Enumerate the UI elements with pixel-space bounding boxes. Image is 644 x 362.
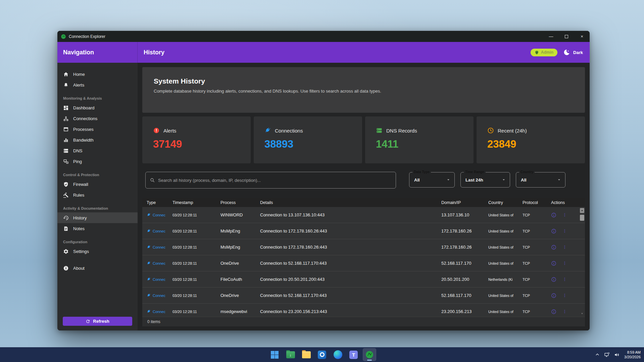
sidebar-section-configuration: Configuration — [57, 236, 138, 246]
theme-label: Dark — [573, 50, 583, 55]
sidebar: Home Alerts Monitoring & Analysis Dashbo… — [57, 63, 138, 330]
plug-icon — [264, 127, 271, 134]
file-explorer-button[interactable] — [300, 348, 313, 361]
cell-actions — [547, 277, 585, 282]
history-table: Type Timestamp Process Details Domain/IP… — [142, 198, 585, 326]
app-header: Navigation History Admin Dark — [57, 42, 590, 63]
stat-value-recent: 23849 — [487, 138, 585, 150]
details-info-icon[interactable] — [551, 245, 556, 250]
col-domain-ip: Domain/IP — [437, 200, 484, 205]
sidebar-item-connections[interactable]: Connections — [57, 113, 138, 124]
table-row[interactable]: Connec 03/20 12:28:11 OneDrive Connectio… — [142, 255, 585, 271]
details-info-icon[interactable] — [551, 277, 556, 282]
tray-clock[interactable]: 8:59 AM 3/20/2026 — [624, 350, 641, 359]
sidebar-item-settings[interactable]: Settings — [57, 246, 138, 257]
cell-actions — [547, 293, 585, 298]
row-menu-icon[interactable] — [562, 277, 567, 281]
sidebar-item-bandwidth[interactable]: Bandwidth — [57, 135, 138, 145]
table-row[interactable]: Connec 03/20 12:28:11 MsMpEng Connection… — [142, 223, 585, 239]
stat-value-dns: 1411 — [376, 138, 474, 150]
details-info-icon[interactable] — [551, 228, 556, 234]
scroll-down-button[interactable] — [580, 311, 584, 316]
refresh-button[interactable]: Refresh — [63, 317, 132, 326]
network-display-icon[interactable] — [604, 352, 610, 358]
row-menu-icon[interactable] — [562, 293, 567, 298]
cell-country: United States of — [484, 213, 518, 217]
window-titlebar[interactable]: Connection Explorer — × — [57, 31, 590, 42]
cell-process: msedgewebvi — [216, 309, 256, 314]
cell-protocol: TCP — [518, 245, 547, 249]
search-input[interactable] — [158, 178, 392, 183]
chevron-up-icon[interactable] — [595, 352, 600, 357]
hero-title: System History — [154, 77, 574, 85]
start-button[interactable] — [268, 348, 282, 361]
search-icon — [150, 177, 155, 183]
minimize-button[interactable]: — — [543, 31, 559, 42]
row-menu-icon[interactable] — [562, 245, 567, 249]
time-range-select[interactable]: Time Range Last 24h — [460, 172, 510, 188]
details-info-icon[interactable] — [551, 293, 556, 298]
table-scrollbar[interactable] — [580, 208, 585, 316]
stat-value-connections: 38893 — [264, 138, 362, 150]
sidebar-item-dashboard[interactable]: Dashboard — [57, 102, 138, 113]
cell-process: WINWORD — [216, 212, 256, 217]
table-row[interactable]: Connec 03/20 12:28:11 WINWORD Connection… — [142, 207, 585, 223]
edge-button[interactable] — [331, 348, 345, 361]
windows-logo-icon — [271, 351, 279, 359]
taskbar-center: ↓ T — [268, 348, 376, 361]
sidebar-item-ping[interactable]: Ping — [57, 156, 138, 167]
cell-timestamp: 03/20 12:28:11 — [168, 261, 216, 265]
sidebar-item-home[interactable]: Home — [57, 69, 138, 80]
sidebar-item-dns[interactable]: DNS — [57, 145, 138, 156]
row-menu-icon[interactable] — [562, 261, 567, 265]
cell-process: MsMpEng — [216, 228, 256, 234]
table-row[interactable]: Connec 03/20 12:28:11 FileCoAuth Connect… — [142, 271, 585, 288]
taskbar: ↓ T 8:59 AM 3/20/2026 — [0, 347, 644, 362]
data-type-select[interactable]: Data Type All — [409, 172, 455, 188]
col-type: Type — [142, 200, 168, 205]
details-info-icon[interactable] — [551, 212, 556, 218]
admin-badge[interactable]: Admin — [531, 49, 557, 56]
stat-cards: Alerts 37149 Connections 38893 DNS Recor… — [142, 116, 585, 163]
teams-button[interactable]: T — [347, 348, 360, 361]
filter-dropdowns: Data Type All Time Range Last 24h Countr… — [409, 172, 565, 189]
sidebar-item-firewall[interactable]: Firewall — [57, 179, 138, 190]
row-menu-icon[interactable] — [562, 213, 567, 217]
outlook-button[interactable] — [315, 348, 329, 361]
cell-protocol: TCP — [518, 277, 547, 281]
teams-icon: T — [349, 351, 358, 359]
row-menu-icon[interactable] — [562, 229, 567, 233]
sidebar-item-alerts[interactable]: Alerts — [57, 80, 138, 90]
shield-check-icon — [63, 182, 69, 187]
sidebar-item-rules[interactable]: Rules — [57, 190, 138, 200]
downloads-folder-button[interactable]: ↓ — [284, 348, 297, 361]
maximize-button[interactable] — [559, 31, 574, 42]
scroll-up-button[interactable] — [580, 208, 584, 213]
search-box[interactable] — [145, 172, 396, 189]
speaker-icon[interactable] — [614, 352, 620, 358]
table-row[interactable]: Connec 03/20 12:28:11 msedgewebvi Connec… — [142, 304, 585, 317]
tray-time: 8:59 AM — [624, 350, 641, 355]
details-info-icon[interactable] — [551, 261, 556, 266]
table-row[interactable]: Connec 03/20 12:28:11 OneDrive Connectio… — [142, 288, 585, 304]
details-info-icon[interactable] — [551, 309, 556, 314]
connection-explorer-button[interactable] — [363, 348, 376, 361]
col-process: Process — [216, 200, 256, 205]
hero-subtitle: Complete database history including aler… — [154, 89, 574, 94]
cell-domain-ip: 52.168.117.170 — [437, 293, 484, 298]
sidebar-item-history[interactable]: History — [57, 212, 138, 223]
table-header: Type Timestamp Process Details Domain/IP… — [142, 198, 585, 207]
theme-toggle[interactable]: Dark — [563, 49, 583, 56]
home-icon — [63, 71, 69, 77]
table-row[interactable]: Connec 03/20 12:28:11 MsMpEng Connection… — [142, 239, 585, 255]
sidebar-item-notes[interactable]: Notes — [57, 223, 138, 234]
sidebar-item-processes[interactable]: Processes — [57, 124, 138, 135]
country-select[interactable]: Country All — [516, 172, 565, 188]
close-button[interactable]: × — [574, 31, 590, 42]
row-menu-icon[interactable] — [562, 309, 567, 314]
app-window: Connection Explorer — × Navigation Histo… — [57, 31, 590, 330]
cell-details: Connection to 20.50.201.200:443 — [256, 277, 437, 282]
sidebar-item-about[interactable]: About — [57, 263, 138, 273]
cell-protocol: TCP — [518, 294, 547, 298]
scrollbar-thumb[interactable] — [580, 215, 584, 221]
